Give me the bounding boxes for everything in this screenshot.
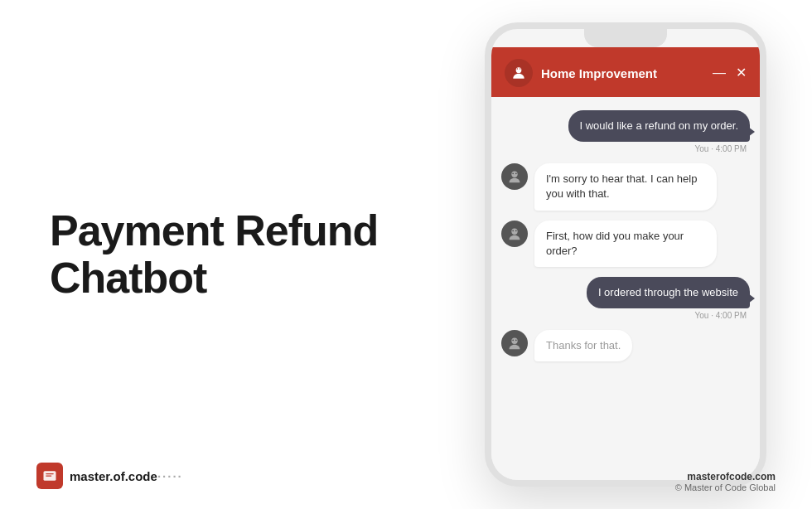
svg-rect-5 xyxy=(515,173,517,175)
left-panel: Payment Refund Chatbot xyxy=(0,207,464,302)
credit-site: masterofcode.com xyxy=(675,471,776,482)
logo-text: master.of.code····· xyxy=(70,469,183,483)
bottom-credit: masterofcode.com © Master of Code Global xyxy=(675,471,776,492)
svg-point-0 xyxy=(516,67,522,73)
svg-point-6 xyxy=(511,228,517,234)
message-bot-1: I'm sorry to hear that. I can help you w… xyxy=(501,163,750,210)
phone-mockup: Home Improvement — ✕ I would like a refu… xyxy=(485,22,766,487)
bot-avatar-2 xyxy=(501,221,528,247)
svg-rect-1 xyxy=(517,68,519,70)
right-panel: Home Improvement — ✕ I would like a refu… xyxy=(464,22,812,487)
user-bubble-2: I ordered through the website xyxy=(587,277,750,308)
user-bubble-1: I would like a refund on my order. xyxy=(568,110,751,142)
chat-controls[interactable]: — ✕ xyxy=(713,66,747,80)
main-container: Payment Refund Chatbot Home Improvement xyxy=(0,0,812,509)
bot-avatar-1 xyxy=(501,163,528,190)
svg-rect-8 xyxy=(515,230,517,231)
bot-header-icon xyxy=(505,59,533,87)
svg-rect-11 xyxy=(515,340,517,342)
bot-avatar-3 xyxy=(501,330,528,356)
chat-header: Home Improvement — ✕ xyxy=(491,47,760,97)
chat-title: Home Improvement xyxy=(541,66,704,80)
svg-point-9 xyxy=(511,338,517,344)
svg-rect-7 xyxy=(512,230,514,231)
svg-rect-10 xyxy=(512,340,514,342)
message-user-2: I ordered through the website You · 4:00… xyxy=(501,277,750,320)
close-button[interactable]: ✕ xyxy=(736,66,747,80)
bottom-logo: master.of.code····· xyxy=(36,463,183,489)
bot-bubble-2: First, how did you make your order? xyxy=(534,221,717,267)
page-title: Payment Refund Chatbot xyxy=(50,207,414,302)
svg-rect-4 xyxy=(512,173,514,175)
svg-rect-2 xyxy=(520,68,521,70)
message-bot-2: First, how did you make your order? xyxy=(501,221,750,267)
credit-copy: © Master of Code Global xyxy=(675,482,776,492)
chat-body: I would like a refund on my order. You ·… xyxy=(491,97,760,487)
bot-bubble-partial: Thanks for that. xyxy=(534,330,632,361)
timestamp-1: You · 4:00 PM xyxy=(568,144,751,153)
phone-notch xyxy=(584,29,667,47)
bot-bubble-1: I'm sorry to hear that. I can help you w… xyxy=(534,163,717,210)
message-user-1: I would like a refund on my order. You ·… xyxy=(501,110,750,153)
svg-point-3 xyxy=(511,172,517,177)
logo-icon xyxy=(36,463,63,489)
message-bot-partial: Thanks for that. xyxy=(501,330,750,361)
timestamp-2: You · 4:00 PM xyxy=(587,311,750,320)
minimize-button[interactable]: — xyxy=(713,66,726,80)
